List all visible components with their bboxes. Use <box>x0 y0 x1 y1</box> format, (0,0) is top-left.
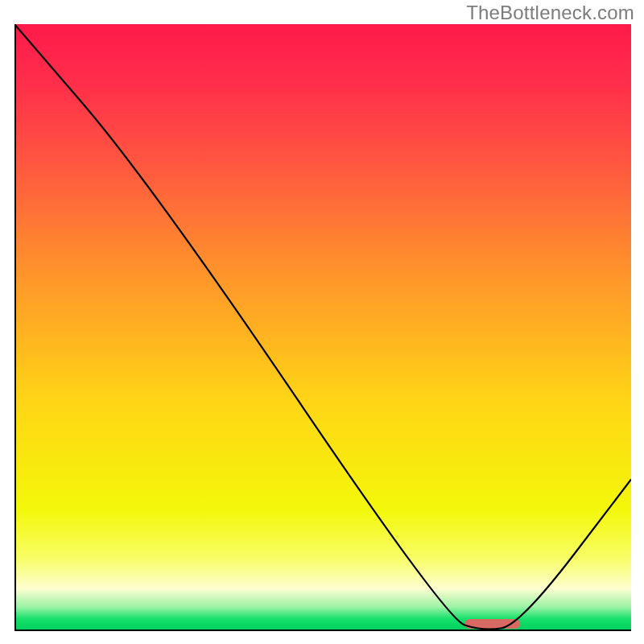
bottleneck-curve <box>14 24 631 629</box>
chart-container: TheBottleneck.com <box>0 0 644 644</box>
watermark-text: TheBottleneck.com <box>466 2 634 24</box>
plot-area <box>14 24 631 631</box>
chart-svg <box>14 24 631 631</box>
